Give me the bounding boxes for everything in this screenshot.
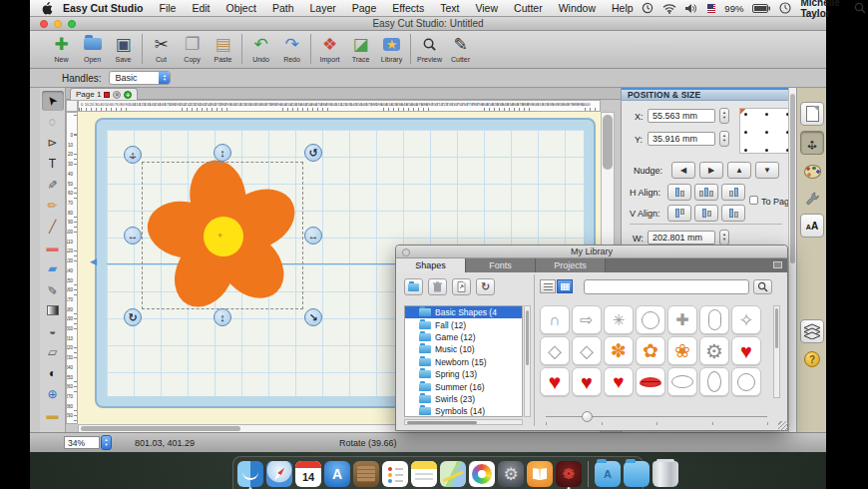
- close-page-icon[interactable]: ✕: [113, 91, 121, 99]
- menu-page[interactable]: Page: [344, 2, 385, 14]
- x-stepper[interactable]: ▲▼: [719, 108, 729, 124]
- fill-tool[interactable]: ◒: [42, 321, 64, 341]
- spotlight-search-icon[interactable]: [854, 2, 866, 14]
- apple-logo-icon[interactable]: [42, 2, 53, 15]
- w-stepper[interactable]: ▲▼: [719, 230, 729, 245]
- handles-dropdown[interactable]: Basic ▲▼: [109, 71, 171, 85]
- layers-panel-icon[interactable]: [800, 319, 824, 343]
- copy-button[interactable]: ❐Copy: [177, 33, 208, 63]
- shape-tile-heart-2[interactable]: ♥: [540, 367, 570, 396]
- window-title-bar[interactable]: Easy Cut Studio: Untitled: [30, 17, 826, 31]
- add-folder-button[interactable]: [404, 278, 423, 295]
- zoom-level-field[interactable]: 34%: [64, 436, 100, 449]
- align-right-button[interactable]: [721, 184, 745, 201]
- save-button[interactable]: ▣Save: [108, 33, 139, 63]
- menu-object[interactable]: Object: [218, 2, 264, 14]
- minimize-window-button[interactable]: [54, 20, 62, 28]
- shape-tile-circle[interactable]: [636, 305, 665, 334]
- to-page-checkbox[interactable]: [749, 196, 758, 205]
- folder-item-fall-12-[interactable]: Fall (12): [405, 318, 522, 330]
- trace-button[interactable]: ◪Trace: [345, 33, 376, 63]
- align-left-button[interactable]: [667, 184, 691, 201]
- shape-tile-asterisk[interactable]: ✳: [604, 305, 634, 334]
- library-tab-shapes[interactable]: Shapes: [396, 258, 466, 272]
- folder-item-newborn-15-[interactable]: Newborn (15): [405, 356, 522, 368]
- menu-cutter[interactable]: Cutter: [506, 2, 551, 14]
- dock-documents-folder-icon[interactable]: [624, 461, 650, 487]
- shape-tile-curved-diamond[interactable]: ✧: [731, 305, 761, 334]
- stretch-left-handle[interactable]: ↔: [124, 227, 142, 244]
- x-position-field[interactable]: 55.563 mm: [648, 109, 715, 123]
- stretch-bottom-handle[interactable]: ↕: [214, 308, 231, 326]
- lasso-tool[interactable]: ◌: [42, 112, 64, 132]
- shape-tile-lips[interactable]: [636, 367, 665, 396]
- library-folder-list[interactable]: Basic Shapes (4Fall (12)Game (12)Music (…: [404, 305, 523, 417]
- gradient-tool[interactable]: [42, 300, 64, 320]
- shape-tile-circle-2[interactable]: [731, 367, 761, 396]
- library-tab-fonts[interactable]: Fonts: [466, 258, 536, 272]
- time-machine-icon[interactable]: [642, 2, 653, 14]
- y-stepper[interactable]: ▲▼: [719, 131, 729, 147]
- close-window-button[interactable]: [40, 20, 48, 28]
- add-page-icon[interactable]: +: [124, 91, 132, 99]
- folder-item-basic-shapes-4[interactable]: Basic Shapes (4: [405, 306, 522, 318]
- text-tool[interactable]: T: [42, 154, 64, 174]
- volume-icon[interactable]: [685, 3, 698, 14]
- library-title-bar[interactable]: My Library: [396, 245, 787, 258]
- folder-item-swirls-23-[interactable]: Swirls (23): [405, 393, 522, 405]
- align-middle-v-button[interactable]: [694, 205, 718, 222]
- shape-tile-arch[interactable]: ∩: [540, 305, 570, 334]
- library-search-input[interactable]: [584, 279, 749, 294]
- user-menu[interactable]: Michelle Taylor: [800, 0, 845, 19]
- clock-icon[interactable]: [779, 2, 791, 14]
- dock-calendar-icon[interactable]: 14: [295, 461, 321, 487]
- page-panel-icon[interactable]: [800, 102, 824, 126]
- align-center-h-button[interactable]: [694, 184, 718, 201]
- dock-notes-icon[interactable]: [411, 461, 437, 487]
- pen-tool[interactable]: ✎: [42, 175, 64, 195]
- path-tool[interactable]: ▱: [42, 342, 64, 362]
- folder-list-h-scrollbar[interactable]: [404, 419, 523, 425]
- wifi-icon[interactable]: [662, 3, 676, 14]
- dock-easy-cut-studio-icon[interactable]: ❁: [556, 461, 582, 487]
- skew-handle[interactable]: ↻: [124, 308, 142, 326]
- nudge-down-button[interactable]: ▼: [755, 162, 779, 179]
- zoom-stepper[interactable]: ▲▼: [101, 435, 112, 450]
- dock-photos-icon[interactable]: [469, 461, 495, 487]
- shape-tile-arrow-right[interactable]: ⇨: [572, 305, 602, 334]
- nudge-up-button[interactable]: ▲: [727, 162, 751, 179]
- align-bottom-button[interactable]: [721, 205, 745, 222]
- library-detach-icon[interactable]: [773, 261, 782, 268]
- shape-tile-heart-4[interactable]: ♥: [604, 367, 634, 396]
- new-document-button[interactable]: ✚New: [46, 33, 77, 63]
- library-search-button[interactable]: [753, 279, 772, 294]
- cut-scissors-button[interactable]: ✂Cut: [146, 33, 177, 63]
- wrench-settings-icon[interactable]: [800, 187, 824, 211]
- eraser-tool[interactable]: ▬: [42, 238, 64, 257]
- stretch-top-handle[interactable]: ↕: [214, 144, 231, 162]
- battery-icon[interactable]: [752, 4, 770, 13]
- panel-scrollbar[interactable]: [788, 88, 796, 432]
- slider-thumb[interactable]: [582, 411, 593, 422]
- fonts-panel-icon[interactable]: AA: [800, 214, 824, 238]
- folder-item-symbols-14-[interactable]: Symbols (14): [405, 405, 522, 417]
- undo-button[interactable]: ↶Undo: [245, 33, 276, 63]
- menu-easy-cut-studio[interactable]: Easy Cut Studio: [55, 2, 152, 14]
- menu-effects[interactable]: Effects: [384, 2, 432, 14]
- page-tab[interactable]: Page 1 ✕ +: [70, 88, 138, 100]
- nudge-right-button[interactable]: ▶: [699, 162, 723, 179]
- measure-tool[interactable]: ▬: [42, 405, 64, 425]
- library-close-button[interactable]: [402, 248, 410, 256]
- export-shape-button[interactable]: [452, 278, 471, 295]
- shape-tile-cross[interactable]: ✚: [667, 305, 697, 334]
- folder-item-music-10-[interactable]: Music (10): [405, 343, 522, 355]
- palette-panel-icon[interactable]: [800, 160, 824, 184]
- shape-tile-rounded-pill[interactable]: [699, 305, 729, 334]
- width-field[interactable]: 202.801 mm: [648, 231, 715, 244]
- dock-safari-icon[interactable]: [266, 461, 292, 487]
- eyedropper-tool[interactable]: ✎: [42, 279, 64, 299]
- dock-ibooks-icon[interactable]: [527, 461, 553, 487]
- anchor-point-selector[interactable]: [739, 108, 791, 154]
- shape-tile-heart-3[interactable]: ♥: [572, 367, 602, 396]
- grid-view-button[interactable]: [557, 279, 573, 293]
